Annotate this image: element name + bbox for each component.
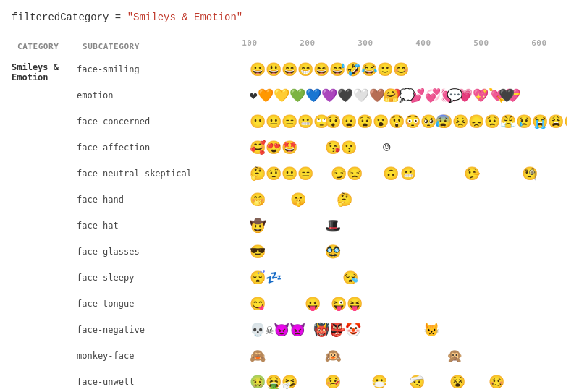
emoji-group: 😶😐😑😬🙄 (250, 115, 329, 128)
table-row: Smileys & Emotionface-smiling😀😃😄😁😆😅🤣😂🙂😊 (12, 56, 567, 83)
emoji-bar-cell: 😴💤😪 (192, 265, 567, 291)
emoji-group: 🤢🤮🤧 (250, 375, 297, 388)
emoji-bar-cell: 🤔🤨😐😑😏😒🙃😬🤥🧐 (192, 161, 567, 187)
table-row: face-hand🤭🤫🤔 (12, 187, 567, 213)
category-cell (12, 82, 77, 108)
subcategory-cell: face-hand (77, 187, 192, 213)
code-variable: filteredCategory = (12, 12, 127, 23)
axis-300: 300 (358, 38, 373, 48)
emoji-group: 💀☠️😈👿 (250, 323, 305, 336)
axis-200: 200 (300, 38, 316, 48)
subcategory-cell: face-tongue (77, 291, 192, 317)
category-cell (12, 161, 77, 187)
category-cell (12, 108, 77, 135)
category-cell (12, 291, 77, 317)
category-cell (12, 265, 77, 291)
emoji-group: 👹👺🤡 (313, 323, 361, 336)
emoji-group: 😘😗 (325, 141, 357, 154)
emoji-group: 🙊 (447, 349, 462, 362)
axis-100: 100 (242, 38, 258, 48)
emoji-group: 😎 (250, 245, 266, 258)
axis-labels: 100 200 300 400 500 600 700 (192, 38, 567, 56)
emoji-bar-cell: 🤢🤮🤧🤒😷🤕😵🥴 (192, 369, 567, 392)
table-row: face-neutral-skeptical🤔🤨😐😑😏😒🙃😬🤥🧐 (12, 161, 567, 187)
axis-500: 500 (473, 38, 489, 48)
subcategory-cell: face-unwell (77, 369, 192, 392)
table-row: face-unwell🤢🤮🤧🤒😷🤕😵🥴 (12, 369, 567, 392)
emoji-group: 🙃 (383, 167, 399, 180)
emoji-group: 🎩 (325, 219, 341, 232)
emoji-group: 🤠 (250, 219, 266, 232)
emoji-group: 🤒 (325, 375, 341, 388)
emoji-group: 🖤 (499, 89, 515, 102)
emoji-group: 🤔 (337, 193, 352, 206)
emoji-group: 😀😃😄😁😆😅🤣😂🙂😊 (250, 63, 409, 76)
table-header: CATEGORY SUBCATEGORY 100 200 300 400 500… (12, 38, 567, 56)
category-cell (12, 213, 77, 239)
emoji-bar-cell: 🥰😍🤩😘😗☺️ (192, 135, 567, 161)
category-cell: Smileys & Emotion (12, 56, 77, 83)
subcategory-cell: face-hat (77, 213, 192, 239)
table-row: face-affection🥰😍🤩😘😗☺️ (12, 135, 567, 161)
subcategory-cell: face-negative (77, 317, 192, 343)
chart-table: CATEGORY SUBCATEGORY 100 200 300 400 500… (12, 38, 567, 392)
emoji-bar-cell: 🤭🤫🤔 (192, 187, 567, 213)
subcategory-cell: face-sleepy (77, 265, 192, 291)
table-row: face-hat🤠🎩 (12, 213, 567, 239)
table-body: Smileys & Emotionface-smiling😀😃😄😁😆😅🤣😂🙂😊e… (12, 56, 567, 393)
emoji-group: 😛 (305, 297, 321, 310)
emoji-group: 🤗💭 (383, 89, 415, 102)
emoji-group: 🙈 (250, 349, 266, 362)
emoji-group: 🤫 (290, 193, 306, 206)
emoji-group: 😏😒 (331, 167, 363, 180)
emoji-bar-cell: 💀☠️😈👿👹👺🤡😾 (192, 317, 567, 343)
emoji-bar-cell: 😀😃😄😁😆😅🤣😂🙂😊 (192, 56, 567, 83)
emoji-group: 😷 (371, 375, 387, 388)
emoji-group: 🤔🤨😐😑 (250, 167, 313, 180)
emoji-group: 😵 (449, 375, 465, 388)
category-cell (12, 187, 77, 213)
emoji-group: 🥰😍🤩 (250, 141, 297, 154)
emoji-group: 🥴 (489, 375, 504, 388)
emoji-group: 😬 (400, 167, 416, 180)
emoji-group: 🤥 (464, 167, 480, 180)
table-row: face-concerned😶😐😑😬🙄😯😦😧😮😲😳🥺😖😣😞😟😤😢😭😩😫😪😰 (12, 108, 567, 135)
category-cell (12, 343, 77, 369)
emoji-bar-cell: 😎🥸 (192, 239, 567, 265)
emoji-bar-cell: 😶😐😑😬🙄😯😦😧😮😲😳🥺😖😣😞😟😤😢😭😩😫😪😰 (192, 108, 567, 135)
emoji-group: 🧐 (522, 167, 538, 180)
emoji-group: 🤭 (250, 193, 266, 206)
code-header: filteredCategory = "Smileys & Emotion" (12, 12, 567, 23)
category-cell (12, 239, 77, 265)
subcategory-cell: face-smiling (77, 56, 192, 83)
subcategory-cell: emotion (77, 82, 192, 108)
subcategory-cell: face-glasses (77, 239, 192, 265)
category-cell (12, 135, 77, 161)
emoji-group: 🥸 (325, 245, 341, 258)
category-cell (12, 369, 77, 392)
emoji-group: 😪 (342, 271, 358, 284)
axis-400: 400 (415, 38, 431, 48)
emoji-group: 💬 (447, 89, 462, 102)
table-row: face-sleepy😴💤😪 (12, 265, 567, 291)
subcategory-cell: face-affection (77, 135, 192, 161)
emoji-group: ☺️ (383, 141, 391, 154)
emoji-group: 😴💤 (250, 271, 282, 284)
emoji-group: 😾 (423, 323, 439, 336)
emoji-bar-cell: 🙈🙉🙊 (192, 343, 567, 369)
table-row: monkey-face🙈🙉🙊 (12, 343, 567, 369)
emoji-bar-cell: 🤠🎩 (192, 213, 567, 239)
emoji-bar-cell: 😋😛😜😝 (192, 291, 567, 317)
table-row: face-tongue😋😛😜😝 (12, 291, 567, 317)
subcategory-header: SUBCATEGORY (77, 38, 192, 56)
emoji-group: 🙉 (325, 349, 341, 362)
category-cell (12, 317, 77, 343)
emoji-group: 😋 (250, 297, 266, 310)
emoji-bar-cell: ❤️🧡💛💚💙💜🖤🤍🤎💔❣️💕💞💓💗💖💘💝🤗💭💬🖤 (192, 82, 567, 108)
subcategory-cell: monkey-face (77, 343, 192, 369)
code-value: "Smileys & Emotion" (127, 12, 243, 23)
emoji-group: 😜😝 (331, 297, 363, 310)
category-header: CATEGORY (12, 38, 77, 56)
subcategory-cell: face-concerned (77, 108, 192, 135)
axis-600: 600 (531, 38, 547, 48)
